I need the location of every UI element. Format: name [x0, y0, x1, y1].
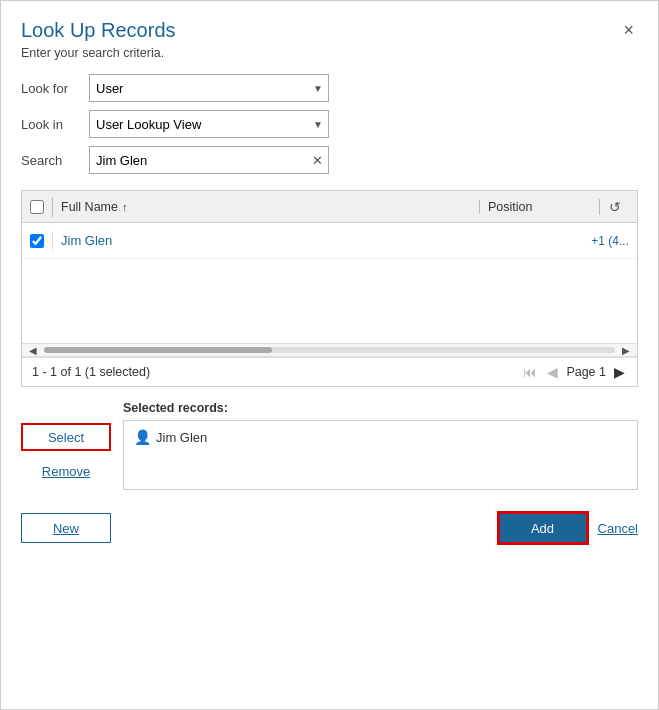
selected-record-name: Jim Glen	[156, 430, 207, 445]
look-for-label: Look for	[21, 81, 89, 96]
records-table: Full Name ↑ Position ↺ Jim Glen +1 (4...…	[21, 190, 638, 387]
footer-row: New Add Cancel	[21, 504, 638, 544]
search-input[interactable]	[89, 146, 329, 174]
selected-actions: Select Remove	[21, 401, 111, 490]
horizontal-scrollbar: ◀ ▶	[22, 343, 637, 357]
look-for-select[interactable]: User	[89, 74, 329, 102]
scroll-right-icon[interactable]: ▶	[619, 343, 633, 357]
user-icon: 👤	[134, 429, 150, 445]
pagination-controls: ⏮ ◀ Page 1 ▶	[521, 364, 627, 380]
pagination-text: 1 - 1 of 1 (1 selected)	[32, 365, 150, 379]
selected-records-box: 👤 Jim Glen	[123, 420, 638, 490]
row-extra: +1 (4...	[569, 234, 629, 248]
sort-arrow-icon[interactable]: ↑	[122, 201, 128, 213]
selected-record-item: 👤 Jim Glen	[134, 429, 627, 445]
selected-section: Select Remove Selected records: 👤 Jim Gl…	[21, 401, 638, 490]
col-fullname-header: Full Name ↑	[61, 200, 479, 214]
page-label: Page 1	[566, 365, 606, 379]
scroll-left-icon[interactable]: ◀	[26, 343, 40, 357]
search-row: Search ✕	[21, 146, 638, 174]
look-for-row: Look for User ▼	[21, 74, 638, 102]
scrollbar-thumb	[44, 347, 272, 353]
look-in-wrapper: User Lookup View ▼	[89, 110, 329, 138]
footer-right: Add Cancel	[498, 512, 638, 544]
prev-page-button[interactable]: ◀	[545, 364, 560, 380]
new-button[interactable]: New	[21, 513, 111, 543]
remove-button[interactable]: Remove	[21, 457, 111, 485]
dialog-title: Look Up Records	[21, 19, 176, 42]
look-for-wrapper: User ▼	[89, 74, 329, 102]
refresh-icon[interactable]: ↺	[599, 199, 629, 215]
search-wrapper: ✕	[89, 146, 329, 174]
row-name-link[interactable]: Jim Glen	[61, 233, 569, 248]
selected-records-label: Selected records:	[123, 401, 638, 415]
look-in-label: Look in	[21, 117, 89, 132]
col-position-header: Position	[479, 200, 599, 214]
header-divider	[52, 197, 53, 217]
look-in-select[interactable]: User Lookup View	[89, 110, 329, 138]
first-page-button[interactable]: ⏮	[521, 364, 539, 380]
table-header: Full Name ↑ Position ↺	[22, 191, 637, 223]
dialog: Look Up Records × Enter your search crit…	[0, 0, 659, 710]
search-label: Search	[21, 153, 89, 168]
table-body: Jim Glen +1 (4...	[22, 223, 637, 343]
selected-records-area: Selected records: 👤 Jim Glen	[123, 401, 638, 490]
table-row: Jim Glen +1 (4...	[22, 223, 637, 259]
header-checkbox[interactable]	[30, 200, 44, 214]
next-page-button[interactable]: ▶	[612, 364, 627, 380]
add-button[interactable]: Add	[498, 512, 588, 544]
cancel-button[interactable]: Cancel	[598, 521, 638, 536]
dialog-subtitle: Enter your search criteria.	[21, 46, 638, 60]
close-button[interactable]: ×	[619, 19, 638, 41]
search-clear-button[interactable]: ✕	[312, 154, 323, 167]
empty-scroll-area	[22, 259, 637, 339]
pagination-row: 1 - 1 of 1 (1 selected) ⏮ ◀ Page 1 ▶	[22, 357, 637, 386]
row-checkbox[interactable]	[30, 234, 44, 248]
dialog-header: Look Up Records ×	[21, 19, 638, 42]
scrollbar-track[interactable]	[44, 347, 615, 353]
look-in-row: Look in User Lookup View ▼	[21, 110, 638, 138]
select-button[interactable]: Select	[21, 423, 111, 451]
row-divider	[52, 231, 53, 251]
